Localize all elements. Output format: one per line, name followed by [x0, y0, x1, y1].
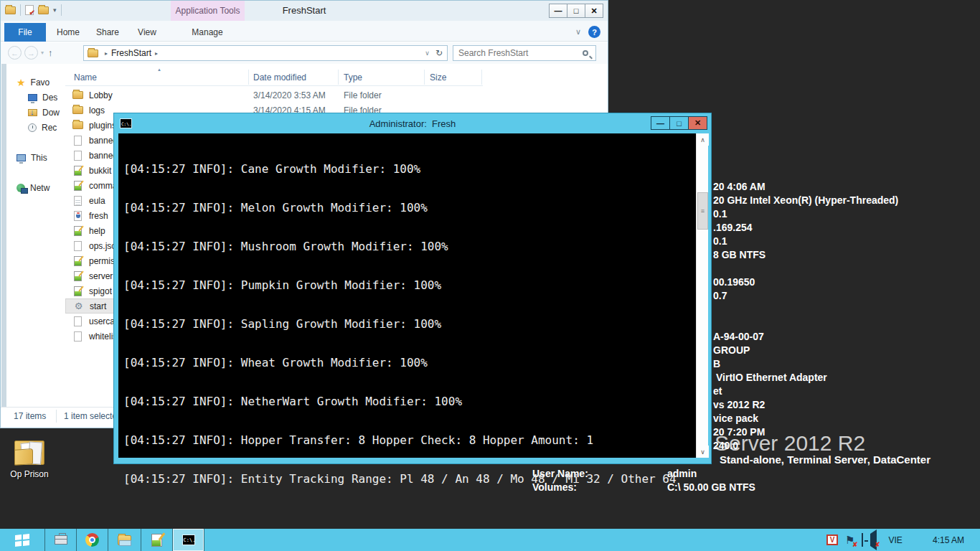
recent-locations-icon[interactable]: ▾ [41, 50, 44, 56]
refresh-icon[interactable]: ↻ [435, 48, 443, 58]
sidebar-item-recent[interactable]: Rec [28, 121, 57, 135]
column-header-type[interactable]: Type [344, 72, 362, 83]
v-app-icon: V [826, 534, 838, 545]
sidebar-item-desktop[interactable]: Des [28, 90, 57, 105]
column-header-date[interactable]: Date modified [253, 72, 306, 83]
tray-volume[interactable]: ✘ [870, 534, 877, 547]
taskbar-file-explorer[interactable] [108, 529, 141, 551]
breadcrumb-arrow-icon[interactable]: ▸ [155, 50, 158, 57]
minimize-button[interactable]: — [549, 4, 567, 18]
sidebar-item-label: Des [42, 93, 57, 103]
divider[interactable] [338, 70, 339, 85]
sidebar-item-favorites[interactable]: ★ Favo [17, 75, 50, 90]
tab-share[interactable]: Share [91, 23, 124, 42]
breadcrumb[interactable]: FreshStart [111, 48, 151, 58]
search-icon[interactable] [583, 50, 588, 56]
search-box[interactable] [453, 45, 596, 61]
sidebar-item-label: Favo [31, 77, 50, 88]
console-titlebar[interactable]: C:\. Administrator: Fresh — □ ✕ [114, 113, 711, 133]
os-watermark-subtitle: Stand-alone, Terminal Server, DataCenter [720, 453, 930, 466]
taskbar-notepad[interactable] [141, 529, 172, 551]
file-name: logs [89, 105, 105, 116]
column-header-size[interactable]: Size [430, 72, 446, 83]
divider[interactable] [248, 70, 249, 85]
divider [204, 529, 204, 551]
desktop: ✔ ▾ FreshStart Application Tools — □ ✕ F… [0, 0, 980, 551]
console-line: [04:15:27 INFO]: Wheat Growth Modifier: … [123, 357, 690, 369]
tray-action-center[interactable]: ⚑ ✘ [845, 534, 854, 547]
window-left-band [1, 64, 6, 409]
bginfo-ie-version: 00.19650 [713, 276, 755, 288]
star-icon: ★ [17, 77, 26, 88]
maximize-button[interactable]: □ [567, 4, 585, 18]
taskbar-command-prompt-active[interactable]: C:\. [173, 529, 204, 551]
scroll-down-icon[interactable]: ∨ [697, 446, 709, 458]
scroll-up-icon[interactable]: ∧ [697, 133, 709, 146]
taskbar-clock[interactable]: 4:15 AM [933, 529, 964, 551]
divider[interactable] [424, 70, 425, 85]
close-button[interactable]: ✕ [688, 116, 707, 130]
tab-file[interactable]: File [4, 23, 46, 42]
console-scrollbar[interactable]: ∧ ≡ ∨ [696, 133, 708, 458]
system-tray: V ⚑ ✘ ✘ VIE [826, 529, 903, 551]
breadcrumb-arrow-icon[interactable]: ▸ [105, 50, 108, 57]
taskbar-chrome[interactable] [77, 529, 108, 551]
bginfo-service-pack: vice pack [713, 413, 758, 424]
file-icon [74, 316, 82, 326]
config-file-icon [74, 286, 82, 296]
tab-home[interactable]: Home [52, 23, 84, 42]
search-input[interactable] [453, 48, 583, 58]
column-header-name[interactable]: Name [74, 72, 97, 83]
console-line [123, 512, 690, 524]
back-button[interactable]: ← [8, 46, 22, 60]
downloads-icon [28, 109, 37, 116]
file-name: server [89, 271, 113, 281]
file-name: plugins [89, 121, 116, 131]
java-file-icon [74, 211, 82, 221]
sidebar-item-this-pc[interactable]: This [17, 151, 47, 165]
console-line: [04:15:27 INFO]: Melon Growth Modifier: … [123, 202, 690, 215]
file-icon [74, 241, 82, 251]
maximize-button[interactable]: □ [669, 116, 689, 130]
application-tools-header: Application Tools [171, 1, 245, 21]
bginfo-os-version: vs 2012 R2 [713, 399, 765, 410]
file-name: Lobby [89, 90, 113, 100]
console-line: [04:15:27 INFO]: Entity Tracking Range: … [123, 473, 690, 486]
close-button[interactable]: ✕ [585, 4, 603, 18]
bginfo-network-type: et [713, 385, 722, 397]
minimize-button[interactable]: — [651, 116, 670, 130]
desktop-shortcut-label: Op Prison [4, 469, 55, 479]
tray-network[interactable] [862, 534, 863, 547]
folder-icon [72, 91, 83, 99]
address-bar[interactable]: ▸ FreshStart ▸ ∨ ↻ [83, 45, 448, 61]
taskbar-server-manager[interactable] [45, 529, 76, 551]
sidebar-item-network[interactable]: Netw [17, 181, 50, 195]
language-indicator[interactable]: VIE [888, 535, 902, 545]
bginfo-gateway: 0.1 [713, 208, 727, 220]
column-headers: ▲ Name Date modified Type Size [65, 68, 483, 86]
divider[interactable] [481, 70, 482, 85]
sidebar-item-label: Dow [42, 108, 60, 118]
sidebar-item-downloads[interactable]: Dow [28, 105, 60, 120]
alert-cross-icon: ✘ [852, 541, 858, 548]
tab-view[interactable]: View [131, 23, 163, 42]
console-output[interactable]: [04:15:27 INFO]: Cane Growth Modifier: 1… [118, 133, 708, 458]
tab-manage[interactable]: Manage [184, 23, 230, 42]
forward-button[interactable]: → [24, 46, 38, 60]
console-line: [04:15:27 INFO]: Pumpkin Growth Modifier… [123, 279, 690, 292]
up-button[interactable]: ↑ [48, 47, 53, 58]
bginfo-ip: 0.7 [713, 290, 727, 301]
file-icon [74, 331, 82, 342]
explorer-titlebar[interactable]: ✔ ▾ FreshStart Application Tools — □ ✕ [1, 1, 608, 21]
start-button[interactable] [0, 529, 44, 551]
address-dropdown-icon[interactable]: ∨ [425, 50, 430, 57]
sort-ascending-icon: ▲ [157, 67, 161, 72]
console-line: [04:15:27 INFO]: NetherWart Growth Modif… [123, 395, 690, 408]
console-line: [04:15:27 INFO]: Sapling Growth Modifier… [123, 318, 690, 331]
table-row[interactable]: Lobby 3/14/2020 3:53 AM File folder [65, 88, 480, 103]
desktop-shortcut-op-prison[interactable]: Op Prison [4, 439, 55, 479]
help-icon[interactable]: ? [588, 26, 600, 38]
scrollbar-thumb[interactable]: ≡ [697, 192, 708, 230]
tray-v-app[interactable]: V [826, 534, 838, 545]
ribbon-collapse-icon[interactable]: ∨ [575, 27, 581, 37]
